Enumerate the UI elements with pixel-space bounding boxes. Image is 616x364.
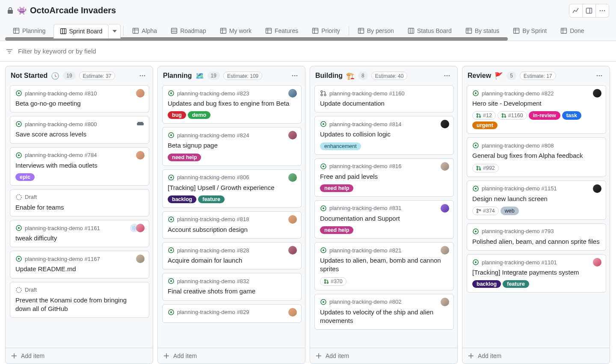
linked-pr-badge[interactable]: #374 [472,207,499,215]
linked-pr-badge[interactable]: #1160 [498,111,527,120]
issue-card[interactable]: planning-tracking-demo #824Beta signup p… [162,127,302,166]
assignee-avatar[interactable] [288,308,297,317]
issue-card[interactable]: planning-tracking-demo #810Beta go-no-go… [10,85,149,112]
card-title[interactable]: Updates to alien, beam, bomb and cannon … [320,256,448,274]
view-tab[interactable]: Features [259,24,304,38]
card-title[interactable]: Account subscription design [168,225,296,234]
issue-card[interactable]: planning-tracking-demo #821Updates to al… [314,242,454,290]
issue-card[interactable]: planning-tracking-demo #784Interviews wi… [10,147,149,186]
card-title[interactable]: Update documentation [320,99,448,108]
label-badge[interactable]: need help [320,226,353,234]
add-item-button[interactable]: Add item [310,348,457,364]
assignee-avatar[interactable] [441,246,449,255]
add-item-button[interactable]: Add item [6,348,153,364]
label-badge[interactable]: bug [168,111,186,119]
card-title[interactable]: Free and paid levels [320,172,448,181]
card-title[interactable]: Documentation and Support [320,214,448,223]
label-badge[interactable]: in-review [529,111,560,120]
card-title[interactable]: Polished alien, beam, and cannon sprite … [472,237,601,246]
card-title[interactable]: Save score across levels [15,130,144,139]
card-title[interactable]: tweak difficulty [15,234,144,243]
column-menu-button[interactable] [594,71,604,81]
issue-card[interactable]: planning-tracking-demo #828Acquire domai… [162,242,302,269]
assignee-avatar[interactable] [136,151,145,160]
linked-pr-badge[interactable]: #370 [320,277,346,286]
card-title[interactable]: [Tracking] Upsell / Growth experience [168,183,296,192]
label-badge[interactable]: backlog [472,280,501,288]
card-repo-ref[interactable]: planning-tracking-demo #818 [177,216,249,222]
assignee-avatar[interactable] [288,246,297,255]
issue-card[interactable]: planning-tracking-demo #816Free and paid… [314,158,454,197]
card-title[interactable]: Updates to collision logic [320,130,448,139]
view-tab[interactable]: Done [554,24,590,38]
issue-card[interactable]: planning-tracking-demo #1160Update docum… [314,85,454,112]
column-cards[interactable]: planning-tracking-demo #822Hero site - D… [462,85,610,348]
column-menu-button[interactable] [442,71,452,81]
view-tab[interactable]: Priority [306,24,346,38]
assignee-avatar[interactable] [136,89,145,98]
card-repo-ref[interactable]: planning-tracking-demo #1151 [482,185,557,192]
issue-card[interactable]: planning-tracking-demo #829 [162,304,302,323]
card-repo-ref[interactable]: planning-tracking-demo #829 [177,309,249,315]
card-repo-ref[interactable]: planning-tracking-demo #810 [25,90,97,97]
label-badge[interactable]: need help [168,154,201,161]
card-repo-ref[interactable]: planning-tracking-demo #814 [329,121,401,127]
label-badge[interactable]: urgent [472,121,498,129]
view-tab[interactable]: My work [214,24,258,38]
view-tab[interactable]: Status Board [402,24,458,38]
issue-card[interactable]: planning-tracking-demo #831Documentation… [314,200,454,239]
card-repo-ref[interactable]: planning-tracking-demo #831 [329,205,401,211]
card-repo-ref[interactable]: planning-tracking-demo #793 [482,228,554,234]
issue-card[interactable]: planning-tracking-demo #802Updates to ve… [314,294,454,330]
card-repo-ref[interactable]: planning-tracking-demo #822 [482,90,554,97]
label-badge[interactable]: backlog [168,195,196,203]
card-title[interactable]: Beta go-no-go meeting [15,99,144,108]
issue-card[interactable]: planning-tracking-demo #818Account subsc… [162,211,302,239]
column-cards[interactable]: planning-tracking-demo #823Updates and b… [158,85,305,348]
panel-toggle-button[interactable] [582,4,596,18]
column-title[interactable]: Planning [163,72,192,80]
issue-card[interactable]: DraftEnable for teams [10,189,149,216]
view-tab[interactable]: By person [352,24,400,38]
issue-card[interactable]: planning-tracking-demo #1151Design new l… [467,181,606,220]
card-title[interactable]: Updates and bug fixes to engine from Bet… [168,99,296,108]
card-repo-ref[interactable]: planning-tracking-demo #823 [177,90,249,97]
card-title[interactable]: Enable for teams [15,203,144,212]
column-cards[interactable]: planning-tracking-demo #810Beta go-no-go… [6,85,153,348]
assignee-avatar[interactable] [441,162,449,171]
card-title[interactable]: Beta signup page [168,141,296,150]
view-tab[interactable]: Sprint Board [53,24,109,38]
label-badge[interactable]: web [500,207,519,215]
label-badge[interactable]: feature [503,280,529,288]
card-repo-ref[interactable]: planning-tracking-demo #816 [329,163,401,169]
issue-card[interactable]: planning-tracking-demo #806[Tracking] Up… [162,169,302,208]
card-title[interactable]: Updates to velocity of the ship and alie… [320,308,448,326]
issue-card[interactable]: planning-tracking-demo #822Hero site - D… [467,85,606,134]
assignee-avatar[interactable] [441,204,449,213]
column-menu-button[interactable] [137,71,148,81]
card-title[interactable]: Update README.md [15,265,144,273]
label-badge[interactable]: feature [198,195,225,203]
label-badge[interactable]: demo [188,111,210,119]
card-repo-ref[interactable]: planning-tracking-demo #824 [177,132,249,139]
more-menu-button[interactable] [595,4,609,18]
card-title[interactable]: Design new launch screen [472,195,601,203]
issue-card[interactable]: planning-tracking-demo #1167Update READM… [10,251,149,278]
column-menu-button[interactable] [290,71,300,81]
card-repo-ref[interactable]: planning-tracking-demo #1167 [25,256,100,262]
view-tab[interactable]: By status [459,24,506,38]
label-badge[interactable]: enhancement [320,142,361,150]
assignee-avatar[interactable] [288,173,297,182]
project-title[interactable]: OctoArcade Invaders [30,6,116,15]
card-repo-ref[interactable]: planning-tracking-demo #802 [329,299,401,305]
issue-card[interactable]: planning-tracking-demo #800Save score ac… [10,116,149,143]
card-repo-ref[interactable]: Draft [25,287,37,293]
linked-pr-badge[interactable]: #12 [472,111,496,120]
column-title[interactable]: Review [468,72,491,80]
card-title[interactable]: Interviews with media outlets [15,161,144,170]
card-repo-ref[interactable]: planning-tracking-demo #832 [177,278,249,284]
issue-card[interactable]: planning-tracking-demo #1101[Tracking] I… [467,254,606,293]
card-title[interactable]: Acquire domain for launch [168,256,296,265]
column-cards[interactable]: planning-tracking-demo #1160Update docum… [310,85,457,348]
label-badge[interactable]: epic [15,173,35,181]
